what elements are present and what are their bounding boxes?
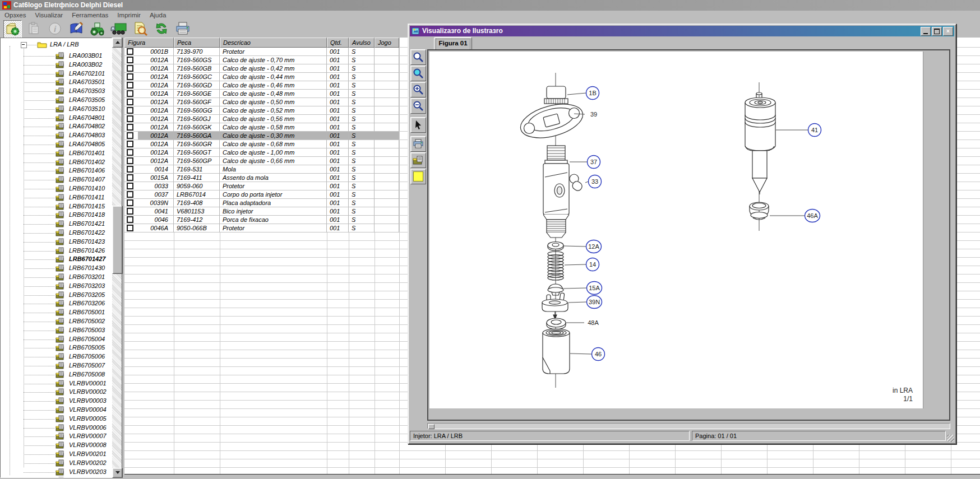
row-checkbox[interactable] <box>127 82 133 89</box>
zoom-out-button[interactable] <box>410 98 426 114</box>
table-row[interactable]: 0012A7169-560GDCalco de ajuste - 0,46 mm… <box>124 81 399 90</box>
tree-item-VLRBV00002[interactable]: VLRBV00002 <box>1 388 112 396</box>
table-row[interactable]: 0012A7169-560GECalco de ajuste - 0,48 mm… <box>124 90 399 98</box>
menu-item-visualizar[interactable]: Visualizar <box>35 11 63 20</box>
table-row[interactable]: 0001B7139-970Protetor001S <box>124 48 399 56</box>
truck-button[interactable] <box>110 20 127 37</box>
row-checkbox[interactable] <box>127 73 133 80</box>
tree-root[interactable]: LRA / LRB <box>1 40 112 49</box>
refresh-button[interactable] <box>152 20 170 37</box>
tree-item-VLRBV00001[interactable]: VLRBV00001 <box>1 379 112 388</box>
close-button[interactable]: × <box>943 27 953 36</box>
table-row[interactable]: 0012A7169-560GRCalco de ajuste - 0,68 mm… <box>124 140 399 148</box>
row-checkbox[interactable] <box>127 225 133 231</box>
tree-item-LRB6701402[interactable]: LRB6701402 <box>1 158 112 166</box>
zoom-in-button[interactable] <box>410 82 426 97</box>
maximize-button[interactable] <box>932 27 942 36</box>
table-row[interactable]: 0012A7169-560GPCalco de ajuste - 0,66 mm… <box>124 157 399 165</box>
tree-item-LRB6705007[interactable]: LRB6705007 <box>1 361 112 370</box>
tree-item-LRB6703206[interactable]: LRB6703206 <box>1 299 112 308</box>
callout-15A[interactable]: 15A <box>563 282 602 295</box>
viewer-hscrollbar[interactable] <box>427 423 950 429</box>
tree-item-LRB6705004[interactable]: LRB6705004 <box>1 335 112 343</box>
tree-item-LRA003B01[interactable]: LRA003B01 <box>1 52 112 60</box>
pointer-button[interactable] <box>410 117 426 133</box>
tree-item-LRA6703503[interactable]: LRA6703503 <box>1 87 112 95</box>
row-checkbox[interactable] <box>127 208 133 215</box>
tree-item-VLRBV00007[interactable]: VLRBV00007 <box>1 432 112 440</box>
callout-41[interactable]: 41 <box>776 124 821 137</box>
menu-item-ajuda[interactable]: Ajuda <box>150 11 166 20</box>
tree-item-LRB6701430[interactable]: LRB6701430 <box>1 264 112 272</box>
row-checkbox[interactable] <box>127 132 133 139</box>
col-figura[interactable]: Figura <box>124 38 174 48</box>
table-row[interactable]: 0012A7169-560GACalco de ajuste - 0,30 mm… <box>124 132 399 140</box>
search-button[interactable] <box>131 20 149 37</box>
table-row[interactable]: 0041V6801153Bico injetor001S <box>124 207 399 216</box>
menu-item-opзxes[interactable]: Opзxes <box>4 11 26 20</box>
row-checkbox[interactable] <box>127 107 133 114</box>
tree-item-VLRBV00006[interactable]: VLRBV00006 <box>1 424 112 432</box>
tree-item-LRB6705002[interactable]: LRB6705002 <box>1 317 112 325</box>
table-row[interactable]: 0046A9050-066BProtetor001S <box>124 224 399 232</box>
panel-divider[interactable] <box>122 38 122 478</box>
resize-grip[interactable] <box>947 435 954 442</box>
tree-item-LRB6701415[interactable]: LRB6701415 <box>1 202 112 211</box>
tree-item-VLRBV00008[interactable]: VLRBV00008 <box>1 441 112 449</box>
tree-item-LRA003B02[interactable]: LRA003B02 <box>1 61 112 69</box>
minimize-button[interactable] <box>921 27 931 36</box>
row-checkbox[interactable] <box>127 149 133 156</box>
row-checkbox[interactable] <box>127 65 133 72</box>
row-checkbox[interactable] <box>127 157 133 164</box>
tree-item-LRB6701426[interactable]: LRB6701426 <box>1 247 112 255</box>
table-row[interactable]: 00467169-412Porca de fixacao001S <box>124 216 399 224</box>
tree-item-LRA6704801[interactable]: LRA6704801 <box>1 114 112 122</box>
col-jogo[interactable]: Jogo <box>375 38 399 48</box>
row-checkbox[interactable] <box>127 57 133 63</box>
tree-item-LRB6701410[interactable]: LRB6701410 <box>1 184 112 193</box>
tree-item-LRB6701401[interactable]: LRB6701401 <box>1 149 112 157</box>
table-row[interactable]: 0037LRB67014Corpo do porta injetor001S <box>124 190 399 199</box>
catalog-button[interactable] <box>3 20 22 38</box>
tree-item-LRB6705003[interactable]: LRB6705003 <box>1 326 112 334</box>
export-button[interactable] <box>410 152 426 168</box>
callout-14[interactable]: 14 <box>565 258 599 271</box>
tree-item-LRB6703205[interactable]: LRB6703205 <box>1 291 112 299</box>
callout-12A[interactable]: 12A <box>564 240 602 253</box>
row-checkbox[interactable] <box>127 99 133 105</box>
tab-figura-01[interactable]: Figura 01 <box>434 37 472 50</box>
collapse-expander-icon[interactable] <box>21 42 27 48</box>
tree-item-LRB6703203[interactable]: LRB6703203 <box>1 282 112 290</box>
viewer-title-bar[interactable]: Visualizaзro de Ilustraзro × <box>410 26 954 36</box>
table-row[interactable]: 0012A7169-560GFCalco de ajuste - 0,50 mm… <box>124 98 399 106</box>
row-checkbox[interactable] <box>127 191 133 198</box>
tree-item-LRB6701407[interactable]: LRB6701407 <box>1 175 112 184</box>
row-checkbox[interactable] <box>127 115 133 122</box>
callout-46A[interactable]: 46A <box>770 210 820 222</box>
table-row[interactable]: 0012A7169-560GKCalco de ajuste - 0,58 mm… <box>124 123 399 132</box>
tree-item-LRA6704802[interactable]: LRA6704802 <box>1 122 112 131</box>
row-checkbox[interactable] <box>127 174 133 181</box>
row-checkbox[interactable] <box>127 166 133 173</box>
row-checkbox[interactable] <box>127 141 133 147</box>
tree-item-LRA6702101[interactable]: LRA6702101 <box>1 69 112 78</box>
tree-item-LRB6701421[interactable]: LRB6701421 <box>1 220 112 228</box>
zoom-lens-button[interactable] <box>410 49 426 65</box>
callout-1B[interactable]: 1B <box>567 87 599 100</box>
tree-item-LRB6703201[interactable]: LRB6703201 <box>1 273 112 281</box>
tree-item-VLRBV00003[interactable]: VLRBV00003 <box>1 397 112 405</box>
callout-33[interactable]: 33 <box>585 175 602 188</box>
tree-item-LRB6701423[interactable]: LRB6701423 <box>1 238 112 246</box>
zoom-area-button[interactable] <box>410 66 426 81</box>
tree-item-VLRBV00204[interactable]: VLRBV00204 <box>1 476 112 478</box>
callout-39N[interactable]: 39N <box>568 296 602 309</box>
tree-item-LRA6703501[interactable]: LRA6703501 <box>1 78 112 86</box>
tree-item-LRB6701411[interactable]: LRB6701411 <box>1 193 112 202</box>
tree-item-LRA6703510[interactable]: LRA6703510 <box>1 105 112 113</box>
row-checkbox[interactable] <box>127 90 133 97</box>
menu-item-imprimir[interactable]: Imprimir <box>117 11 141 20</box>
tree-item-VLRBV00201[interactable]: VLRBV00201 <box>1 450 112 458</box>
row-checkbox[interactable] <box>127 183 133 189</box>
tree-item-LRB6705001[interactable]: LRB6705001 <box>1 308 112 317</box>
col-peca[interactable]: Peca <box>174 38 220 48</box>
